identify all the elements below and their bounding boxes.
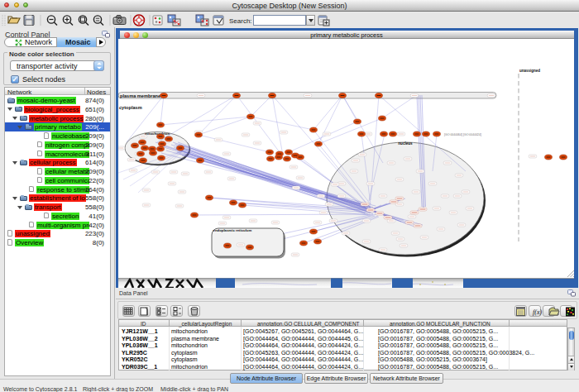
- svg-text:plasma membrane: plasma membrane: [120, 93, 160, 98]
- svg-text:f(x): f(x): [533, 308, 542, 316]
- svg-text:endoplasmic reticulum: endoplasmic reticulum: [213, 228, 252, 232]
- svg-text:unassigned: unassigned: [519, 69, 540, 73]
- svg-text:nucleus: nucleus: [398, 141, 413, 146]
- svg-text:cytoplasm: cytoplasm: [119, 105, 142, 110]
- svg-text:[GO:0044464] [GO:0044424]: [GO:0044464] [GO:0044424]: [444, 133, 481, 136]
